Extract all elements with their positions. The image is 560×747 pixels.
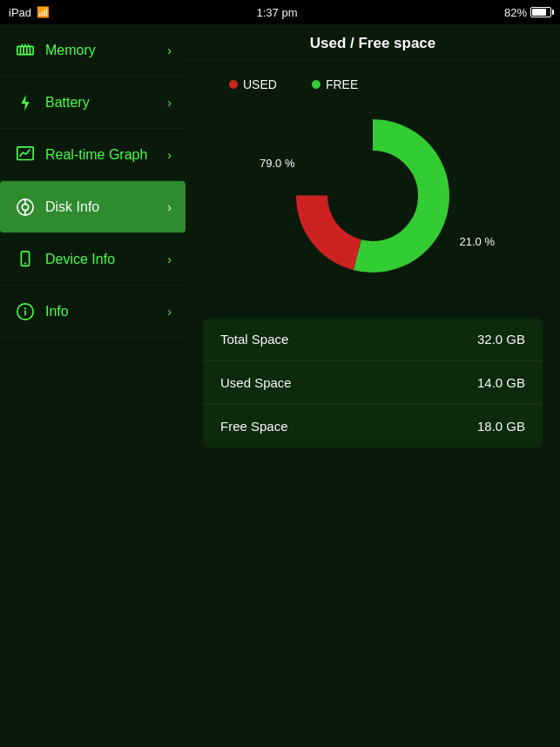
device-info-icon [14,248,37,271]
memory-icon [14,39,37,62]
status-bar: iPad 📶 1:37 pm 82% [0,0,560,24]
disk-chevron: › [167,200,172,214]
memory-chevron: › [167,44,172,57]
used-dot [229,80,238,89]
stat-row-used: Used Space 14.0 GB [203,361,543,405]
realtime-chevron: › [167,148,172,162]
main-content: Used / Free space USED FREE [186,24,560,747]
status-time: 1:37 pm [257,6,298,19]
legend-free-label: FREE [326,77,358,91]
legend-used: USED [229,77,277,91]
disk-label: Disk Info [45,199,167,215]
sidebar-item-realtime[interactable]: Real-time Graph › [0,129,186,181]
total-space-value: 32.0 GB [477,332,525,347]
app-container: Memory › Battery › Real-time Graph › [0,24,560,747]
donut-chart: 79.0 % 21.0 % [286,109,460,283]
sidebar: Memory › Battery › Real-time Graph › [0,24,186,747]
wifi-icon: 📶 [37,6,50,18]
percent-free-label: 21.0 % [460,235,495,248]
memory-label: Memory [45,43,167,58]
stat-row-free: Free Space 18.0 GB [203,405,543,448]
sidebar-item-memory[interactable]: Memory › [0,24,186,77]
battery-chevron: › [167,96,172,110]
battery-sidebar-icon [14,91,37,114]
svg-marker-8 [21,94,29,110]
info-icon [14,300,37,323]
device-name: iPad [9,6,31,19]
stats-table: Total Space 32.0 GB Used Space 14.0 GB F… [203,318,543,448]
status-left: iPad 📶 [9,6,50,19]
stat-row-total: Total Space 32.0 GB [203,318,543,361]
realtime-label: Real-time Graph [45,147,167,163]
legend: USED FREE [229,77,358,91]
sidebar-item-battery[interactable]: Battery › [0,77,186,129]
percent-used-label: 79.0 % [260,157,294,170]
sidebar-item-device[interactable]: Device Info › [0,233,186,286]
svg-rect-0 [17,46,33,54]
info-chevron: › [167,305,172,319]
battery-label: Battery [45,95,167,111]
battery-percent: 82% [504,6,527,19]
sidebar-item-disk[interactable]: Disk Info › [0,181,186,233]
free-dot [312,80,320,89]
page-title: Used / Free space [186,24,560,60]
svg-point-21 [329,152,416,239]
device-label: Device Info [45,252,167,267]
total-space-label: Total Space [220,332,288,347]
free-space-value: 18.0 GB [477,419,525,434]
device-chevron: › [167,252,172,266]
status-right: 82% [504,6,551,19]
used-space-value: 14.0 GB [477,375,525,390]
battery-fill [532,9,546,16]
disk-icon [14,196,37,219]
graph-icon [14,144,37,166]
sidebar-item-info[interactable]: Info › [0,286,186,338]
legend-free: FREE [312,77,358,91]
battery-icon [530,7,551,17]
free-space-label: Free Space [220,419,288,434]
svg-point-11 [22,204,28,210]
chart-section: USED FREE 79.0 % [186,60,560,309]
legend-used-label: USED [243,77,277,91]
info-label: Info [45,304,167,320]
used-space-label: Used Space [220,375,292,390]
